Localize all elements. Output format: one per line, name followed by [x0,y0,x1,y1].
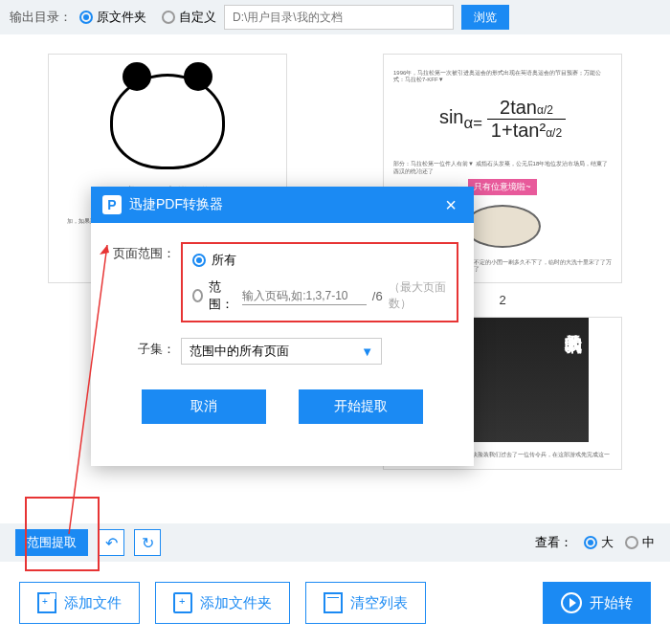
redo-icon[interactable]: ↻ [134,529,161,556]
play-icon [561,592,582,613]
math-formula: sinα= 2tanα/2 1+tan²α/2 [439,97,566,142]
chevron-down-icon: ▼ [361,344,373,359]
output-dir-bar: 输出目录： 原文件夹 自定义 浏览 [0,0,670,34]
add-folder-button[interactable]: 添加文件夹 [155,582,290,624]
radio-range-pages[interactable]: 范围： /6 （最大页面数） [192,278,447,313]
app-icon: P [102,195,122,214]
start-convert-button[interactable]: 开始转 [543,582,651,624]
annotation-box [25,497,100,571]
subset-label: 子集： [106,338,175,358]
clear-list-button[interactable]: 清空列表 [305,582,426,624]
view-medium-radio[interactable]: 中 [625,534,655,551]
page-range-input[interactable] [242,287,367,305]
folder-add-icon [173,592,192,613]
close-icon[interactable]: × [439,194,462,216]
mid-toolbar: 范围提取 ↶ ↻ 查看： 大 中 [0,523,670,562]
meme-face-icon [110,74,225,169]
dialog-header: P 迅捷PDF转换器 × [91,187,474,223]
page-range-label: 页面范围： [106,242,175,262]
radio-all-pages[interactable]: 所有 [192,252,447,269]
bottom-actions: 添加文件 添加文件夹 清空列表 开始转 [0,574,670,632]
radio-custom-folder[interactable]: 自定义 [162,9,216,26]
extract-dialog: P 迅捷PDF转换器 × 页面范围： 所有 范围： /6 （最大页面数） 子集：… [91,187,474,466]
output-dir-label: 输出目录： [10,9,72,26]
cancel-button[interactable]: 取消 [142,389,266,424]
radio-original-folder[interactable]: 原文件夹 [79,9,146,26]
add-file-button[interactable]: 添加文件 [19,582,140,624]
confirm-extract-button[interactable]: 开始提取 [299,389,423,424]
view-size-group: 查看： 大 中 [535,534,655,551]
file-add-icon [37,592,56,613]
browse-button[interactable]: 浏览 [461,5,509,30]
subset-select[interactable]: 范围中的所有页面 ▼ [181,338,382,365]
range-highlight-box: 所有 范围： /6 （最大页面数） [181,242,458,322]
output-path-input[interactable] [224,5,454,30]
pink-tag: 只有位意境啦~ [468,179,536,195]
undo-icon[interactable]: ↶ [98,529,124,556]
dialog-title: 迅捷PDF转换器 [129,196,432,213]
trash-icon [324,592,343,613]
view-label: 查看： [535,534,572,551]
view-large-radio[interactable]: 大 [584,534,614,551]
coin-image [464,205,541,248]
output-dir-radio-group: 原文件夹 自定义 [79,9,216,26]
